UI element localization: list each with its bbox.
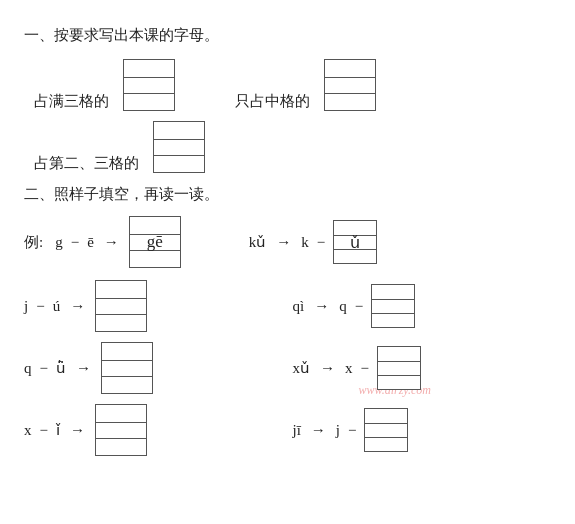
row3-i: ǐ: [56, 421, 60, 439]
row3-x: x: [24, 422, 32, 439]
row3-j: j: [336, 422, 340, 439]
row2-right-box[interactable]: [377, 346, 421, 390]
row3-right: jī → j −: [293, 400, 552, 460]
row3-right-box[interactable]: [364, 408, 408, 452]
sec1-box3[interactable]: [153, 121, 205, 173]
example-e: ē: [87, 234, 94, 251]
row2-xu: xǔ: [293, 359, 311, 377]
ku-answer-text: ǔ: [350, 233, 360, 252]
section1-title: 一、按要求写出本课的字母。: [24, 26, 551, 45]
sec1-item2: 只占中格的: [235, 59, 376, 111]
sec1-box2[interactable]: [324, 59, 376, 111]
row2-u: ǜ: [56, 359, 66, 377]
row1-q: q: [339, 298, 347, 315]
example-result-text: gē: [147, 232, 163, 252]
ku-text: kǔ: [249, 233, 267, 251]
example-label: 例:: [24, 233, 43, 252]
ku-answer-box[interactable]: ǔ: [333, 220, 377, 264]
section2-title: 二、照样子填空，再读一读。: [24, 185, 551, 204]
example-row: 例: g − ē → gē kǔ → k − ǔ: [24, 212, 551, 272]
row1-right: qì → q −: [293, 276, 552, 336]
row2-x: x: [345, 360, 353, 377]
row2-left: q − ǜ →: [24, 338, 283, 398]
sec1-item3: 占第二、三格的: [34, 121, 551, 173]
row1-j: j: [24, 298, 28, 315]
k-text: k: [301, 234, 309, 251]
row3-ji: jī: [293, 422, 301, 439]
row2-q: q: [24, 360, 32, 377]
row1-u: ú: [53, 298, 61, 315]
row3-left: x − ǐ →: [24, 400, 283, 460]
row1-left: j − ú →: [24, 276, 283, 336]
section1: 一、按要求写出本课的字母。 占满三格的 只占中格的 占第二、三格的: [24, 26, 551, 173]
sec1-item1: 占满三格的: [34, 59, 175, 111]
row1-right-box[interactable]: [371, 284, 415, 328]
row1-qi: qì: [293, 298, 305, 315]
example-result-box[interactable]: gē: [129, 216, 181, 268]
row1-left-box[interactable]: [95, 280, 147, 332]
example-g: g: [55, 234, 63, 251]
sec1-label3: 占第二、三格的: [34, 154, 139, 173]
sec1-label2: 只占中格的: [235, 92, 310, 111]
section2: 二、照样子填空，再读一读。 例: g − ē → gē kǔ → k − ǔ j…: [24, 185, 551, 460]
row2-left-box[interactable]: [101, 342, 153, 394]
row3-left-box[interactable]: [95, 404, 147, 456]
sec1-box1[interactable]: [123, 59, 175, 111]
sec1-label1: 占满三格的: [34, 92, 109, 111]
